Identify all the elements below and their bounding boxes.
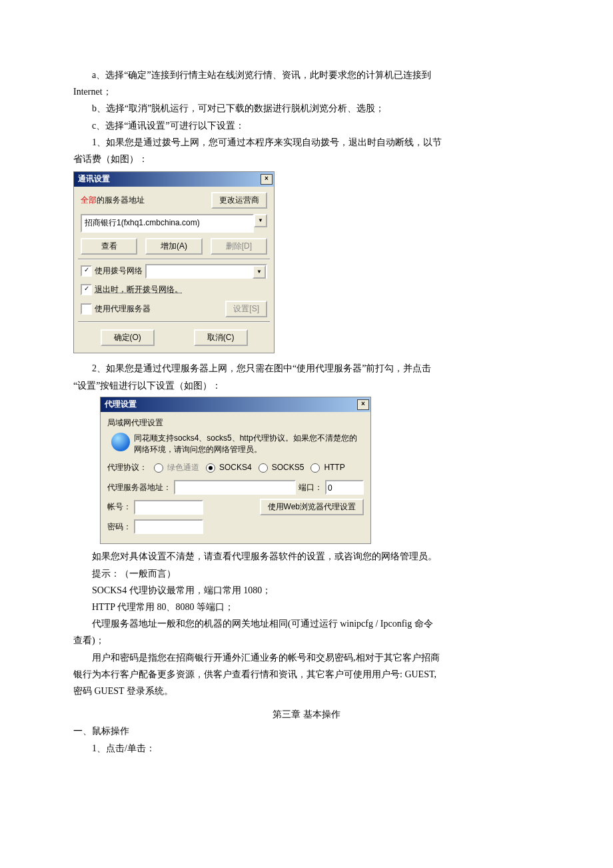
after-5-line2: 查看)； bbox=[73, 632, 540, 649]
para-b: b、选择“取消”脱机运行，可对已下载的数据进行脱机浏览分析、选股； bbox=[73, 100, 540, 117]
dial-combo[interactable]: ▼ bbox=[145, 264, 267, 279]
after-6-line1: 用户和密码是指您在招商银行开通外汇通业务的帐号和交易密码,相对于其它客户招商 bbox=[73, 649, 540, 666]
after-2: 提示：（一般而言） bbox=[73, 565, 540, 582]
dial-label: 使用拨号网络 bbox=[95, 264, 143, 279]
delete-button: 删除[D] bbox=[211, 238, 267, 255]
after-6-line3: 密码 GUEST 登录系统。 bbox=[73, 683, 540, 699]
proxy-info-text: 同花顺支持socks4、socks5、http代理协议。如果您不清楚您的网络环境… bbox=[134, 433, 364, 455]
para-a-line2: Internet； bbox=[73, 83, 540, 100]
close-icon[interactable]: × bbox=[357, 399, 369, 410]
para-2-line1: 2、如果您是通过代理服务器上网，您只需在图中“使用代理服务器”前打勾，并点击 bbox=[73, 360, 540, 377]
cancel-button[interactable]: 取消(C) bbox=[194, 329, 248, 346]
all-label: 全部 bbox=[81, 195, 97, 205]
use-web-proxy-button[interactable]: 使用Web浏览器代理设置 bbox=[260, 499, 364, 515]
para-1-line2: 省话费（如图）： bbox=[73, 151, 540, 167]
change-carrier-button[interactable]: 更改运营商 bbox=[211, 192, 267, 209]
lan-group-label: 局域网代理设置 bbox=[107, 416, 364, 431]
para-a-line1: a、选择“确定”连接到行情主站在线浏览行情、资讯，此时要求您的计算机已连接到 bbox=[73, 67, 540, 83]
proxy-checkbox[interactable] bbox=[81, 303, 92, 315]
radio-socks5-label: SOCKS5 bbox=[272, 461, 305, 475]
exit-disconnect-checkbox[interactable]: ✓ bbox=[81, 284, 92, 295]
protocol-label: 代理协议： bbox=[107, 461, 147, 475]
globe-icon bbox=[111, 433, 130, 451]
section-1: 一、鼠标操作 bbox=[73, 723, 540, 739]
ok-button[interactable]: 确定(O) bbox=[101, 329, 155, 346]
radio-http[interactable] bbox=[310, 463, 320, 473]
account-label: 帐号： bbox=[107, 500, 131, 515]
proxy-settings-dialog: 代理设置 × 局域网代理设置 同花顺支持socks4、socks5、http代理… bbox=[100, 397, 371, 545]
server-select[interactable]: 招商银行1(fxhq1.cmbchina.com) bbox=[81, 214, 254, 233]
para-1-line1: 1、如果您是通过拨号上网，您可通过本程序来实现自动拨号，退出时自动断线，以节 bbox=[73, 134, 540, 151]
proxy-address-input[interactable] bbox=[174, 480, 296, 495]
password-label: 密码： bbox=[107, 520, 131, 535]
close-icon[interactable]: × bbox=[261, 174, 273, 185]
proxy-config-button: 设置[S] bbox=[225, 301, 267, 317]
radio-socks4[interactable] bbox=[206, 463, 215, 473]
protocol-radio-group: 代理协议： 绿色通道 SOCKS4 SOCKS5 HTTP bbox=[107, 461, 364, 475]
chevron-down-icon[interactable]: ▼ bbox=[253, 265, 266, 279]
after-4: HTTP 代理常用 80、8080 等端口； bbox=[73, 599, 540, 615]
port-label: 端口： bbox=[299, 481, 322, 495]
dialog2-titlebar: 代理设置 × bbox=[101, 397, 370, 412]
after-6-line2: 银行为本行客户配备更多资源，供客户查看行情和资讯，其它客户可使用用户号: GUE… bbox=[73, 666, 540, 683]
proxy-label: 使用代理服务器 bbox=[95, 302, 151, 317]
after-5-line1: 代理服务器地址一般和您的机器的网关地址相同(可通过运行 winipcfg / I… bbox=[73, 615, 540, 632]
password-input[interactable] bbox=[134, 519, 203, 534]
radio-socks4-label: SOCKS4 bbox=[219, 461, 252, 475]
add-button[interactable]: 增加(A) bbox=[145, 238, 202, 255]
chapter-heading: 第三章 基本操作 bbox=[73, 706, 540, 723]
radio-socks5[interactable] bbox=[259, 463, 268, 473]
view-button[interactable]: 查看 bbox=[81, 238, 137, 255]
para-2-line2: “设置”按钮进行以下设置（如图）： bbox=[73, 377, 540, 394]
account-input[interactable] bbox=[134, 500, 203, 515]
dial-checkbox[interactable]: ✓ bbox=[81, 265, 92, 277]
server-scope-label: 全部的服务器地址 bbox=[81, 193, 145, 208]
comm-settings-dialog: 通讯设置 × 全部的服务器地址 更改运营商 招商银行1(fxhq1.cmbchi… bbox=[73, 171, 275, 353]
chevron-down-icon[interactable]: ▼ bbox=[254, 214, 267, 227]
section-1-1: 1、点击/单击： bbox=[73, 740, 540, 757]
addr-label: 代理服务器地址： bbox=[107, 481, 171, 495]
radio-green-label: 绿色通道 bbox=[167, 461, 199, 475]
after-3: SOCKS4 代理协议最常用，端口常用 1080； bbox=[73, 582, 540, 599]
dialog1-titlebar: 通讯设置 × bbox=[74, 172, 274, 187]
radio-http-label: HTTP bbox=[324, 461, 344, 475]
dialog1-title: 通讯设置 bbox=[78, 172, 110, 187]
dialog2-title: 代理设置 bbox=[105, 397, 137, 412]
para-c: c、选择“通讯设置”可进行以下设置： bbox=[73, 117, 540, 134]
server-select-value: 招商银行1(fxhq1.cmbchina.com) bbox=[85, 216, 200, 231]
exit-disconnect-label: 退出时，断开拨号网络。 bbox=[95, 283, 183, 297]
after-1: 如果您对具体设置不清楚，请查看代理服务器软件的设置，或咨询您的网络管理员。 bbox=[73, 548, 540, 565]
proxy-port-input[interactable]: 0 bbox=[325, 480, 364, 495]
radio-green bbox=[154, 463, 163, 473]
